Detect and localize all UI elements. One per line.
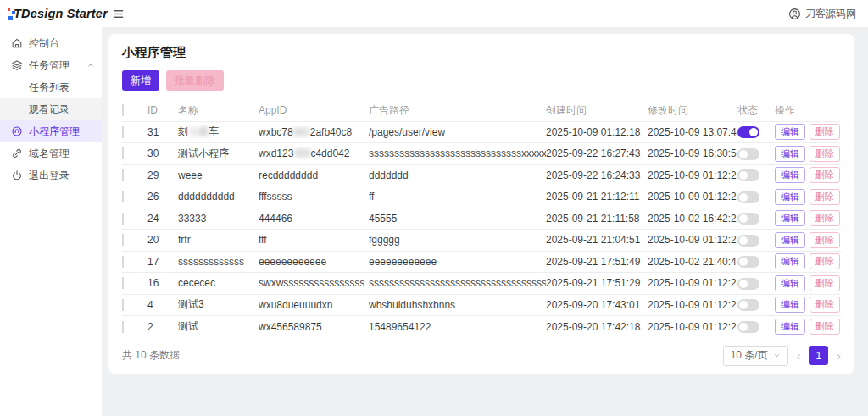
cell-created: 2025-09-21 17:51:49 [546,256,648,268]
sidebar-item-logout[interactable]: 退出登录 [0,164,102,186]
edit-button[interactable]: 编辑 [775,124,805,140]
cell-modified: 2025-10-09 01:12:23 [648,234,737,246]
delete-button[interactable]: 删除 [810,275,840,291]
edit-button[interactable]: 编辑 [775,319,805,335]
sidebar: 控制台 任务管理 任务列表 观看记录 小程序管理 域名管理 退出登录 [0,27,102,416]
cell-id: 26 [147,191,178,202]
cell-modified: 2025-10-09 16:30:51 [648,147,737,159]
edit-button[interactable]: 编辑 [775,253,805,269]
sidebar-item-task-management[interactable]: 任务管理 [0,54,102,76]
sidebar-item-miniprogram-management[interactable]: 小程序管理 [0,120,102,142]
sidebar-item-label: 观看记录 [29,103,70,117]
edit-button[interactable]: 编辑 [775,146,805,162]
status-toggle[interactable] [737,299,760,311]
row-checkbox[interactable] [122,191,124,202]
row-checkbox[interactable] [122,147,124,159]
row-checkbox[interactable] [122,234,124,246]
cell-path: ssssssssssssssssssssssssssssssssssssssss… [369,277,546,289]
cell-created: 2025-09-20 17:43:01 [546,299,648,311]
sidebar-item-dashboard[interactable]: 控制台 [0,32,102,54]
sidebar-item-task-list[interactable]: 任务列表 [0,76,102,98]
cell-name: weee [178,169,259,181]
delete-button[interactable]: 删除 [810,210,840,226]
status-toggle[interactable] [737,256,760,268]
delete-button[interactable]: 删除 [810,232,840,248]
table-header-row: ID 名称 AppID 广告路径 创建时间 修改时间 状态 操作 [122,100,841,122]
batch-delete-button[interactable]: 批量删除 [166,70,224,91]
row-checkbox[interactable] [122,299,124,311]
row-checkbox[interactable] [122,256,124,268]
pagination: 10 条/页 ‹ 1 › [723,346,841,366]
delete-button[interactable]: 删除 [810,253,840,269]
cell-created: 2025-09-21 21:11:58 [546,213,648,225]
select-all-checkbox[interactable] [122,104,124,116]
cell-id: 16 [147,277,178,289]
status-toggle[interactable] [737,191,760,203]
edit-button[interactable]: 编辑 [775,167,805,183]
cell-name: 测试 [178,319,259,334]
cell-created: 2025-09-22 16:24:33 [546,169,648,181]
status-toggle[interactable] [737,213,760,225]
status-toggle[interactable] [737,169,760,181]
edit-button[interactable]: 编辑 [775,275,805,291]
row-checkbox[interactable] [122,321,124,333]
cell-name: dddddddddd [178,191,259,202]
edit-button[interactable]: 编辑 [775,232,805,248]
cell-appid: wxbc785632afb40c8 [259,126,369,138]
miniprogram-icon [11,125,23,137]
delete-button[interactable]: 删除 [810,189,840,205]
next-page-button[interactable]: › [837,350,841,362]
brand-logo[interactable]: TDesign Starter [0,6,103,21]
user-name: 刀客源码网 [805,7,856,21]
user-menu[interactable]: 刀客源码网 [788,7,868,21]
delete-button[interactable]: 删除 [810,319,840,335]
column-header-created: 创建时间 [546,103,648,118]
cell-path: ddddddd [369,169,546,181]
cell-appid: wxd123456c4dd042 [259,147,369,159]
delete-button[interactable]: 删除 [810,124,840,140]
status-toggle[interactable] [737,321,760,333]
table-row: 31 刻小易车 wxbc785632afb40c8 /pages/user/vi… [122,122,841,144]
sidebar-item-domain-management[interactable]: 域名管理 [0,142,102,164]
edit-button[interactable]: 编辑 [775,189,805,205]
status-toggle[interactable] [737,235,760,247]
sidebar-item-label: 控制台 [29,36,59,51]
sidebar-item-label: 小程序管理 [29,125,80,139]
prev-page-button[interactable]: ‹ [797,350,801,362]
cell-id: 4 [147,299,178,311]
cell-path: fggggg [369,234,546,246]
sidebar-item-label: 任务管理 [29,58,70,73]
cell-appid: wx456589875 [259,321,369,333]
status-toggle[interactable] [737,148,760,160]
edit-button[interactable]: 编辑 [775,210,805,226]
cell-id: 24 [147,213,178,225]
main-content: 小程序管理 新增 批量删除 ID 名称 AppID 广告路径 创建时间 修改时间… [102,27,868,416]
edit-button[interactable]: 编辑 [775,297,805,313]
add-button[interactable]: 新增 [122,70,159,91]
status-toggle[interactable] [737,278,760,290]
status-toggle[interactable] [737,126,760,138]
table-row: 26 dddddddddd fffsssss ff 2025-09-21 21:… [122,186,841,208]
table-footer: 共 10 条数据 10 条/页 ‹ 1 › [122,338,841,374]
row-checkbox[interactable] [122,126,124,138]
current-page-button[interactable]: 1 [809,346,828,365]
row-checkbox[interactable] [122,213,124,225]
cell-modified: 2025-10-02 16:42:22 [648,213,737,225]
cell-name: sssssssssssss [178,256,259,268]
delete-button[interactable]: 删除 [810,297,840,313]
cell-id: 29 [147,169,178,181]
row-checkbox[interactable] [122,169,124,181]
hamburger-menu-icon[interactable] [112,8,125,20]
total-count-label: 共 10 条数据 [122,348,180,363]
cell-modified: 2025-10-09 01:12:22 [648,191,737,202]
home-icon [11,37,23,49]
delete-button[interactable]: 删除 [810,146,840,162]
page-size-select[interactable]: 10 条/页 [723,346,788,366]
cell-path: ssssssssssssssssssssssssssssssxxxxx [369,147,546,159]
cell-appid: wxu8dueuuudxn [259,299,369,311]
sidebar-item-watch-records[interactable]: 观看记录 [0,98,102,120]
power-icon [11,169,23,181]
cell-modified: 2025-10-09 01:12:22 [648,169,737,181]
delete-button[interactable]: 删除 [810,167,840,183]
row-checkbox[interactable] [122,277,124,289]
